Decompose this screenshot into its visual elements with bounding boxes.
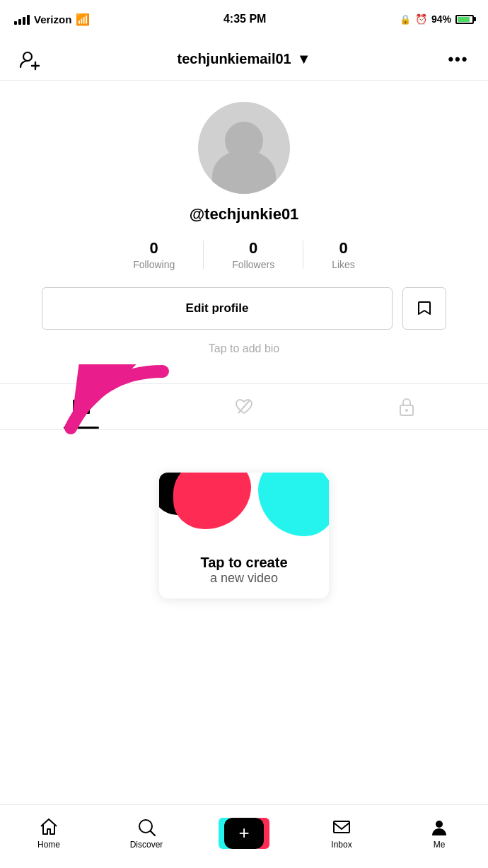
liked-icon — [234, 398, 254, 416]
status-right: 🔒 ⏰ 94% — [400, 13, 474, 25]
status-left: Verizon 📶 — [14, 13, 90, 26]
nav-me-label: Me — [434, 840, 446, 850]
followers-count: 0 — [249, 239, 257, 257]
tab-videos[interactable] — [0, 394, 163, 419]
create-subtitle: a new video — [169, 571, 319, 586]
carrier-label: Verizon — [34, 13, 71, 25]
likes-stat[interactable]: 0 Likes — [303, 239, 383, 270]
profile-actions: Edit profile — [42, 287, 446, 330]
discover-icon — [136, 817, 156, 837]
avatar — [198, 102, 290, 194]
plus-icon: + — [238, 822, 249, 844]
signal-icon — [14, 13, 30, 25]
header: techjunkiemail01 ▼ ••• — [0, 38, 488, 81]
status-time: 4:35 PM — [223, 13, 266, 25]
header-title[interactable]: techjunkiemail01 ▼ — [178, 51, 311, 67]
likes-count: 0 — [339, 239, 347, 257]
lock-icon: 🔒 — [400, 14, 411, 25]
create-section: Tap to create a new video — [0, 430, 488, 613]
wifi-icon: 📶 — [76, 13, 90, 26]
svg-rect-4 — [73, 400, 77, 414]
edit-profile-button[interactable]: Edit profile — [42, 287, 393, 330]
followers-stat[interactable]: 0 Followers — [204, 239, 303, 270]
nav-discover-label: Discover — [130, 840, 163, 850]
nav-inbox-label: Inbox — [331, 840, 352, 850]
add-user-button[interactable] — [16, 45, 44, 74]
following-label: Following — [133, 259, 175, 270]
nav-inbox[interactable]: Inbox — [293, 817, 390, 850]
svg-rect-5 — [79, 400, 83, 414]
nav-home-label: Home — [37, 840, 60, 850]
lock-tab-icon — [398, 397, 415, 417]
inbox-icon — [332, 817, 352, 837]
nav-discover[interactable]: Discover — [98, 817, 195, 850]
dropdown-icon: ▼ — [297, 51, 311, 67]
nav-me[interactable]: Me — [390, 817, 488, 850]
svg-point-0 — [23, 52, 32, 61]
create-button[interactable]: + — [224, 818, 264, 849]
svg-rect-6 — [86, 400, 90, 414]
content-tabs — [0, 383, 488, 430]
following-stat[interactable]: 0 Following — [105, 239, 203, 270]
profile-handle: @techjunkie01 — [190, 205, 299, 224]
svg-point-12 — [436, 821, 443, 828]
create-card[interactable]: Tap to create a new video — [159, 473, 329, 598]
battery-icon — [455, 15, 474, 24]
tab-private[interactable] — [325, 393, 488, 421]
more-options-button[interactable]: ••• — [444, 45, 472, 74]
bottom-nav: Home Discover + Inbox Me — [0, 804, 488, 868]
create-card-text: Tap to create a new video — [159, 543, 329, 598]
bookmark-icon — [415, 299, 434, 318]
me-icon — [429, 817, 449, 837]
create-card-graphic — [159, 473, 329, 543]
stats-row: 0 Following 0 Followers 0 Likes — [14, 239, 474, 270]
nav-create[interactable]: + — [195, 818, 293, 849]
alarm-icon: ⏰ — [415, 13, 427, 25]
create-title: Tap to create — [169, 555, 319, 571]
profile-section: @techjunkie01 0 Following 0 Followers 0 … — [0, 81, 488, 383]
username-label: techjunkiemail01 — [178, 51, 291, 67]
status-bar: Verizon 📶 4:35 PM 🔒 ⏰ 94% — [0, 0, 488, 38]
battery-percent: 94% — [431, 13, 451, 25]
svg-line-11 — [151, 831, 155, 835]
likes-label: Likes — [332, 259, 355, 270]
tab-liked[interactable] — [163, 393, 325, 420]
followers-label: Followers — [232, 259, 274, 270]
nav-home[interactable]: Home — [0, 817, 98, 850]
bio-placeholder[interactable]: Tap to add bio — [209, 342, 280, 355]
following-count: 0 — [150, 239, 158, 257]
grid-icon — [71, 398, 91, 415]
svg-point-9 — [405, 409, 408, 412]
bookmark-button[interactable] — [402, 287, 446, 330]
home-icon — [39, 817, 59, 837]
